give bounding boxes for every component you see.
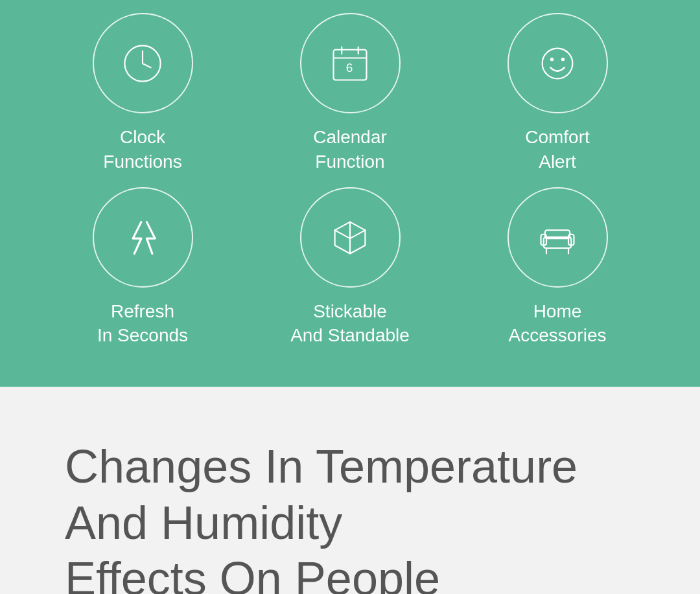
box-icon-circle: [300, 187, 401, 288]
feature-comfort[interactable]: Comfort Alert: [467, 13, 648, 174]
main-heading: Changes In Temperature And Humidity Effe…: [65, 439, 648, 594]
comfort-icon-circle: [508, 13, 608, 113]
green-section: Clock Functions 6 Calendar Function: [0, 0, 700, 387]
box-icon: [328, 215, 372, 259]
calendar-icon-circle: 6: [300, 13, 401, 113]
stickable-label: Stickable And Standable: [290, 299, 410, 348]
feature-refresh[interactable]: Refresh In Seconds: [52, 187, 233, 348]
comfort-label: Comfort Alert: [525, 125, 590, 174]
refresh-icon: [121, 215, 165, 259]
home-label: Home Accessories: [509, 299, 607, 348]
svg-point-8: [561, 57, 565, 60]
clock-label: Clock Functions: [103, 125, 181, 174]
calendar-label: Calendar Function: [313, 125, 387, 174]
white-section: Changes In Temperature And Humidity Effe…: [0, 387, 700, 594]
sofa-icon-circle: [508, 187, 608, 288]
clock-icon-circle: [93, 13, 193, 113]
svg-text:6: 6: [346, 60, 353, 74]
refresh-label: Refresh In Seconds: [97, 299, 188, 348]
features-row-2: Refresh In Seconds Stickable And Standab…: [52, 187, 648, 348]
svg-point-6: [542, 48, 573, 78]
clock-icon: [121, 41, 165, 86]
comfort-icon: [535, 41, 579, 86]
feature-clock[interactable]: Clock Functions: [52, 13, 233, 174]
feature-home[interactable]: Home Accessories: [467, 187, 648, 348]
sofa-icon: [535, 215, 579, 259]
features-row-1: Clock Functions 6 Calendar Function: [52, 13, 648, 174]
feature-stickable[interactable]: Stickable And Standable: [259, 187, 441, 348]
svg-point-7: [550, 57, 554, 60]
refresh-icon-circle: [93, 187, 193, 288]
calendar-icon: 6: [328, 41, 372, 86]
feature-calendar[interactable]: 6 Calendar Function: [259, 13, 441, 174]
